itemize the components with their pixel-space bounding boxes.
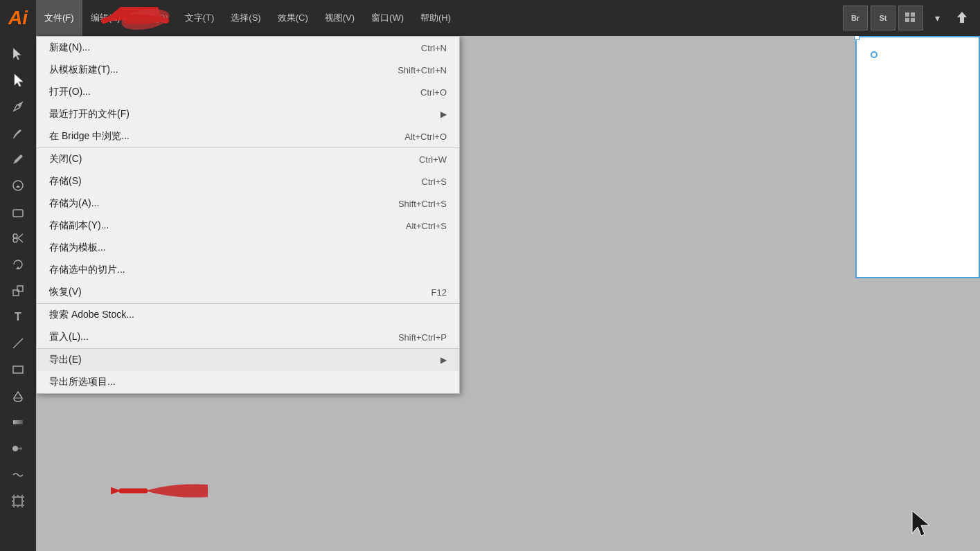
bridge-button[interactable]: Br [843,6,868,30]
menu-item-export-selected-label: 导出所选项目... [49,376,116,388]
menu-item-open[interactable]: 打开(O)... Ctrl+O [37,81,459,103]
file-dropdown-menu: 新建(N)... Ctrl+N 从模板新建(T)... Shift+Ctrl+N… [36,36,460,394]
svg-line-18 [13,338,23,348]
menu-item-save-as-shortcut: Shift+Ctrl+S [398,199,447,209]
pencil-tool[interactable] [6,147,30,172]
menu-item-open-shortcut: Ctrl+O [420,87,447,98]
menu-item-place-shortcut: Shift+Ctrl+P [398,332,447,343]
type-tool[interactable]: T [6,305,30,329]
svg-rect-3 [911,18,915,22]
menu-item-export-label: 导出(E) [49,354,82,366]
menu-item-new[interactable]: 新建(N)... Ctrl+N [37,37,459,59]
menu-item-recent[interactable]: 最近打开的文件(F) ▶ [37,103,459,125]
menu-item-save-template[interactable]: 存储为模板... [37,237,459,259]
menu-select[interactable]: 选择(S) [222,0,269,36]
pen-tool[interactable] [6,94,30,119]
menu-effect[interactable]: 效果(C) [269,0,317,36]
menu-item-search-stock-label: 搜索 Adobe Stock... [49,309,134,321]
menu-item-new-from-template[interactable]: 从模板新建(T)... Shift+Ctrl+N [37,59,459,81]
svg-point-14 [13,238,17,242]
menu-item-close-label: 关闭(C) [49,153,82,165]
direct-select-tool[interactable] [6,68,30,93]
menu-view[interactable]: 视图(V) [317,0,363,36]
menu-item-save-slices[interactable]: 存储选中的切片... [37,259,459,281]
svg-point-6 [18,104,21,107]
menu-item-save[interactable]: 存储(S) Ctrl+S [37,170,459,192]
export-arrow-icon: ▶ [440,355,447,365]
menu-item-close-shortcut: Ctrl+W [419,154,447,165]
paint-bucket-tool[interactable] [6,383,30,408]
svg-rect-24 [14,497,22,505]
scissors-tool[interactable] [6,226,30,251]
menu-item-recent-label: 最近打开的文件(F) [49,108,130,120]
selection-tool[interactable] [6,42,30,66]
menu-item-export[interactable]: 导出(E) ▶ [37,348,459,371]
svg-point-22 [19,447,22,450]
menu-item-browse-bridge-shortcut: Alt+Ctrl+O [404,132,447,142]
blend-tool[interactable] [6,436,30,461]
menu-item-export-selected[interactable]: 导出所选项目... [37,371,459,393]
rotate-tool[interactable] [6,252,30,277]
app-logo: Ai [0,0,36,36]
menu-item-save-template-label: 存储为模板... [49,242,106,254]
line-tool[interactable] [6,331,30,356]
stock-button[interactable]: St [871,6,896,30]
brush-tool[interactable] [6,120,30,145]
menu-window[interactable]: 窗口(W) [363,0,412,36]
menubar: Ai 文件(F) 编辑(E) 对象(O) 文字(T) 选择(S) 效果(C) 视… [0,0,980,36]
svg-marker-4 [13,48,21,60]
menu-item-save-shortcut: Ctrl+S [422,177,447,187]
left-toolbar: T [0,36,36,551]
recent-arrow-icon: ▶ [440,109,447,119]
menubar-right: Br St ▾ [843,6,980,30]
menu-item-browse-bridge[interactable]: 在 Bridge 中浏览... Alt+Ctrl+O [37,125,459,147]
dropdown-arrow[interactable]: ▾ [926,7,948,29]
svg-rect-10 [13,210,23,217]
document-canvas [855,36,980,278]
menu-item-save-copy[interactable]: 存储副本(Y)... Alt+Ctrl+S [37,215,459,237]
eraser-tool[interactable] [6,199,30,224]
artboard-tool[interactable] [6,489,30,514]
svg-point-21 [12,446,18,451]
menu-item-new-shortcut: Ctrl+N [421,43,447,53]
menu-object[interactable]: 对象(O) [129,0,177,36]
menu-item-search-stock[interactable]: 搜索 Adobe Stock... [37,303,459,326]
svg-line-12 [18,238,23,242]
menu-text[interactable]: 文字(T) [177,0,223,36]
menu-item-revert-shortcut: F12 [431,287,447,298]
menu-item-close[interactable]: 关闭(C) Ctrl+W [37,147,459,170]
menu-file[interactable]: 文件(F) [36,0,82,36]
menu-item-place[interactable]: 置入(L)... Shift+Ctrl+P [37,326,459,348]
menu-item-place-label: 置入(L)... [49,331,89,343]
gradient-tool[interactable] [6,410,30,435]
menu-item-save-as-label: 存储为(A)... [49,197,99,210]
svg-rect-2 [905,18,909,22]
menu-item-save-copy-label: 存储副本(Y)... [49,219,109,232]
svg-marker-5 [15,74,23,87]
arrange-button[interactable] [898,6,923,30]
rectangle-tool[interactable] [6,357,30,382]
menu-edit[interactable]: 编辑(E) [82,0,129,36]
menu-item-new-label: 新建(N)... [49,42,90,54]
svg-rect-7 [14,154,23,163]
svg-line-11 [18,234,23,238]
svg-rect-19 [13,366,23,373]
svg-rect-1 [911,12,915,17]
blob-brush-tool[interactable] [6,173,30,198]
canvas-anchor [871,51,877,58]
warp-tool[interactable] [6,462,30,487]
menu-item-revert[interactable]: 恢复(V) F12 [37,281,459,303]
scale-tool[interactable] [6,278,30,303]
menu-item-save-as[interactable]: 存储为(A)... Shift+Ctrl+S [37,192,459,215]
menu-item-new-from-template-shortcut: Shift+Ctrl+N [398,65,447,75]
menu-item-save-label: 存储(S) [49,175,82,188]
menu-item-save-slices-label: 存储选中的切片... [49,264,125,276]
svg-rect-16 [13,290,19,296]
svg-point-13 [13,234,17,238]
menu-item-browse-bridge-label: 在 Bridge 中浏览... [49,130,130,143]
menu-item-save-copy-shortcut: Alt+Ctrl+S [406,221,447,231]
svg-rect-17 [17,286,23,291]
menu-help[interactable]: 帮助(H) [412,0,459,36]
svg-rect-0 [905,12,909,17]
publish-button[interactable] [951,7,973,29]
